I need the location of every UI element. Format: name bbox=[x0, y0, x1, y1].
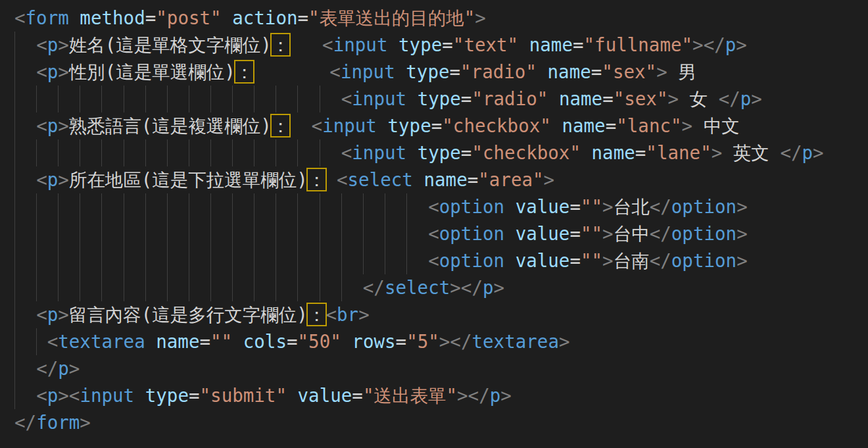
code-line[interactable]: <form method="post" action="表單送出的目的地"> bbox=[14, 5, 868, 32]
code-token: = bbox=[573, 34, 584, 55]
code-token: 姓名(這是單格文字欄位) bbox=[69, 34, 272, 55]
code-token bbox=[287, 385, 298, 406]
code-token: > bbox=[692, 34, 704, 55]
code-token: option bbox=[439, 223, 504, 244]
code-token: value bbox=[516, 223, 570, 244]
code-token: 所在地區(這是下拉選單欄位) bbox=[69, 169, 308, 190]
code-token: > bbox=[69, 358, 80, 379]
code-token: < bbox=[36, 34, 47, 55]
unicode-highlight-box: ： bbox=[308, 169, 326, 190]
code-token: 中文 bbox=[692, 115, 740, 136]
code-area: <form method="post" action="表單送出的目的地"> <… bbox=[14, 5, 868, 436]
code-token: method bbox=[80, 7, 145, 28]
code-token: action bbox=[232, 7, 297, 28]
code-token: "submit" bbox=[200, 385, 287, 406]
code-token: > bbox=[736, 34, 747, 55]
code-token: 台北 bbox=[614, 196, 650, 217]
code-token: < bbox=[36, 169, 47, 190]
code-line[interactable]: <p>所在地區(這是下拉選單欄位)： <select name="area"> bbox=[14, 166, 868, 193]
code-token: "radio" bbox=[471, 88, 548, 109]
code-token: = bbox=[606, 115, 617, 136]
code-token: "text" bbox=[453, 34, 518, 55]
code-token: < bbox=[36, 304, 47, 325]
code-token: = bbox=[145, 7, 157, 28]
code-token: name bbox=[559, 88, 602, 109]
code-token: input bbox=[80, 385, 134, 406]
code-token: select bbox=[348, 169, 413, 190]
code-token: > bbox=[602, 223, 614, 244]
code-line[interactable]: </form> bbox=[14, 409, 868, 436]
code-line[interactable]: </p> bbox=[14, 355, 868, 382]
code-token: </ bbox=[468, 385, 490, 406]
code-line[interactable]: <option value="">台南</option> bbox=[14, 247, 868, 274]
code-token: input bbox=[352, 142, 406, 163]
code-token bbox=[518, 34, 529, 55]
code-line[interactable]: <input type="checkbox" name="lane"> 英文 <… bbox=[14, 139, 868, 166]
code-token: p bbox=[725, 34, 736, 55]
code-token: = bbox=[569, 223, 581, 244]
code-token: > bbox=[475, 7, 486, 28]
code-token: option bbox=[671, 196, 736, 217]
code-token: </ bbox=[14, 412, 36, 433]
code-line[interactable]: <option value="">台北</option> bbox=[14, 193, 868, 220]
code-token: > bbox=[544, 169, 555, 190]
code-token: input bbox=[341, 61, 395, 82]
code-line[interactable]: <p>留言內容(這是多行文字欄位)：<br> bbox=[14, 301, 868, 328]
code-token: < bbox=[326, 304, 337, 325]
code-token bbox=[406, 88, 418, 109]
code-token: "5" bbox=[406, 331, 439, 352]
code-token: = bbox=[287, 331, 298, 352]
code-token: "sex" bbox=[602, 61, 656, 82]
code-token: "area" bbox=[478, 169, 543, 190]
code-token: > bbox=[58, 169, 69, 190]
code-line[interactable]: <p>性別(這是單選欄位)： <input type="radio" name=… bbox=[14, 59, 868, 86]
code-token bbox=[377, 115, 388, 136]
code-token bbox=[395, 61, 406, 82]
code-token: 男 bbox=[667, 61, 696, 82]
code-token bbox=[387, 34, 398, 55]
code-token: > bbox=[457, 385, 468, 406]
code-token: > bbox=[736, 196, 748, 217]
code-token: p bbox=[47, 61, 59, 82]
code-line[interactable]: <textarea name="" cols="50" rows="5"></t… bbox=[14, 328, 868, 355]
code-token: 女 bbox=[679, 88, 719, 109]
code-token: form bbox=[26, 7, 69, 28]
code-line[interactable]: </select></p> bbox=[14, 274, 868, 301]
code-token bbox=[548, 88, 559, 109]
code-token: "lane" bbox=[646, 142, 711, 163]
code-token: > bbox=[751, 88, 762, 109]
code-line[interactable]: <input type="radio" name="sex"> 女 </p> bbox=[14, 86, 868, 112]
code-token: p bbox=[740, 88, 752, 109]
code-token: = bbox=[298, 7, 309, 28]
code-token bbox=[504, 196, 516, 217]
code-token: = bbox=[602, 88, 614, 109]
code-token: </ bbox=[780, 142, 802, 163]
code-token: "checkbox" bbox=[471, 142, 581, 163]
code-token: p bbox=[490, 385, 501, 406]
code-line[interactable]: <p><input type="submit" value="送出表單"></p… bbox=[14, 382, 868, 409]
unicode-highlight-box: ： bbox=[272, 34, 290, 55]
code-token: name bbox=[529, 34, 573, 55]
code-token: </ bbox=[704, 34, 725, 55]
code-line[interactable]: <p>熟悉語言(這是複選欄位)： <input type="checkbox" … bbox=[14, 112, 868, 139]
code-token: > bbox=[58, 61, 69, 82]
code-token: > bbox=[494, 277, 505, 298]
code-token: = bbox=[396, 331, 407, 352]
code-token: 留言內容(這是多行文字欄位) bbox=[69, 304, 308, 325]
code-token: 台南 bbox=[614, 250, 650, 271]
code-token: cols bbox=[243, 331, 287, 352]
code-token: "" bbox=[581, 223, 602, 244]
unicode-highlight-box: ： bbox=[272, 115, 290, 136]
code-token bbox=[222, 7, 233, 28]
code-token: > bbox=[656, 61, 667, 82]
code-token: 英文 bbox=[722, 142, 780, 163]
code-line[interactable]: <option value="">台中</option> bbox=[14, 220, 868, 247]
code-token: < bbox=[337, 169, 348, 190]
code-token: </ bbox=[363, 277, 385, 298]
code-editor[interactable]: <form method="post" action="表單送出的目的地"> <… bbox=[0, 0, 868, 448]
code-token: > bbox=[80, 412, 91, 433]
code-token: > bbox=[559, 331, 570, 352]
code-token: p bbox=[47, 304, 59, 325]
code-token: = bbox=[450, 61, 461, 82]
code-line[interactable]: <p>姓名(這是單格文字欄位)： <input type="text" name… bbox=[14, 32, 868, 59]
